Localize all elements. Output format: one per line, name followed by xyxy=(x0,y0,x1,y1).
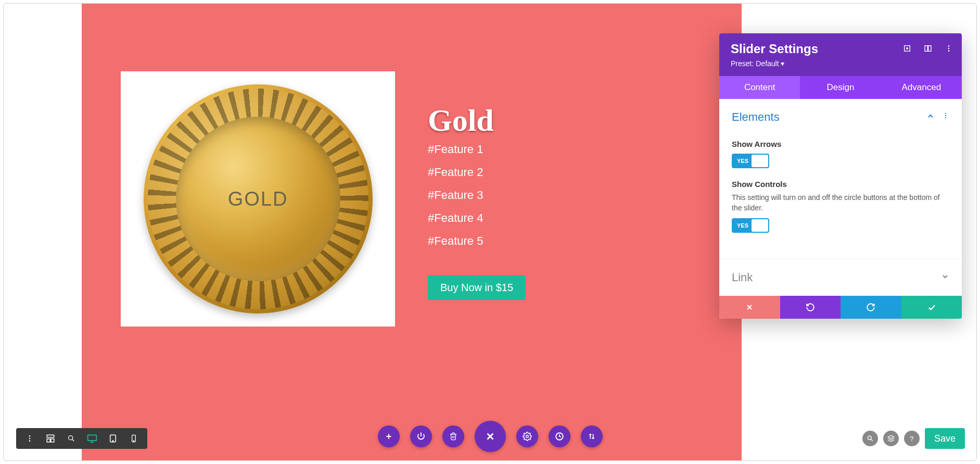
show-arrows-toggle[interactable]: YES xyxy=(732,154,769,168)
svg-rect-23 xyxy=(110,435,116,442)
svg-marker-36 xyxy=(888,435,894,438)
kebab-icon[interactable] xyxy=(19,428,40,449)
phone-icon[interactable] xyxy=(123,428,144,449)
feature-item: #Feature 3 xyxy=(428,184,483,207)
svg-rect-15 xyxy=(47,435,54,437)
svg-line-31 xyxy=(487,434,493,440)
svg-line-11 xyxy=(747,305,752,309)
builder-toolbar xyxy=(378,421,603,452)
save-toolbar: ? Save xyxy=(862,428,965,449)
save-button[interactable]: Save xyxy=(925,428,965,449)
feature-item: #Feature 5 xyxy=(428,230,483,253)
svg-point-7 xyxy=(945,113,946,114)
feature-item: #Feature 2 xyxy=(428,161,483,184)
section-link-title: Link xyxy=(732,271,753,284)
add-button[interactable] xyxy=(378,425,400,447)
svg-rect-17 xyxy=(51,439,54,442)
responsive-toolbar xyxy=(16,428,147,449)
svg-point-1 xyxy=(907,48,908,49)
power-button[interactable] xyxy=(410,425,432,447)
svg-rect-0 xyxy=(905,46,910,52)
show-controls-label: Show Controls xyxy=(732,180,949,189)
panel-tabs: Content Design Advanced xyxy=(719,76,962,99)
close-builder-button[interactable] xyxy=(475,421,506,452)
sort-button[interactable] xyxy=(581,425,603,447)
slide-image-box: GOLD xyxy=(121,71,395,327)
svg-point-5 xyxy=(948,48,950,49)
show-controls-toggle[interactable]: YES xyxy=(732,218,769,233)
panel-close-button[interactable] xyxy=(719,296,780,319)
gold-coin: GOLD xyxy=(144,84,373,313)
svg-point-24 xyxy=(112,441,113,442)
panel-preset[interactable]: Preset: Default ▾ xyxy=(731,59,950,68)
section-elements-title[interactable]: Elements xyxy=(732,110,780,124)
toggle-value: YES xyxy=(737,158,748,164)
panel-body: Show Arrows YES Show Controls This setti… xyxy=(719,127,962,245)
tab-design[interactable]: Design xyxy=(800,76,881,99)
tab-advanced[interactable]: Advanced xyxy=(881,76,962,99)
panel-undo-button[interactable] xyxy=(780,296,841,319)
trash-button[interactable] xyxy=(442,425,464,447)
slider-settings-panel: Slider Settings Preset: Default ▾ Conten… xyxy=(719,33,962,319)
svg-point-26 xyxy=(133,441,134,441)
svg-rect-20 xyxy=(88,435,97,441)
search-icon[interactable] xyxy=(862,431,878,446)
svg-line-35 xyxy=(871,439,872,441)
help-icon[interactable]: ? xyxy=(904,431,920,446)
slide-title: Gold xyxy=(428,103,494,139)
kebab-icon[interactable] xyxy=(944,44,953,53)
svg-rect-25 xyxy=(132,435,136,442)
kebab-icon[interactable] xyxy=(942,112,949,122)
svg-point-4 xyxy=(948,45,950,47)
feature-item: #Feature 4 xyxy=(428,207,483,230)
buy-now-button[interactable]: Buy Now in $15 xyxy=(428,275,526,300)
svg-line-10 xyxy=(747,305,752,309)
panel-redo-button[interactable] xyxy=(841,296,901,319)
svg-point-33 xyxy=(556,433,563,440)
columns-icon[interactable] xyxy=(923,44,933,53)
svg-point-14 xyxy=(29,440,31,442)
svg-rect-3 xyxy=(928,46,931,52)
gear-button[interactable] xyxy=(516,425,538,447)
svg-point-12 xyxy=(29,435,31,437)
expand-icon[interactable] xyxy=(902,44,912,53)
panel-footer xyxy=(719,296,962,319)
wireframe-icon[interactable] xyxy=(40,428,61,449)
svg-rect-16 xyxy=(47,439,50,442)
svg-point-8 xyxy=(945,115,946,116)
svg-point-18 xyxy=(69,436,73,440)
chevron-down-icon xyxy=(941,272,949,283)
show-controls-desc: This setting will turn on and off the ci… xyxy=(732,193,949,213)
feature-item: #Feature 1 xyxy=(428,138,483,161)
section-link[interactable]: Link xyxy=(719,259,962,296)
svg-point-13 xyxy=(29,438,31,440)
svg-point-34 xyxy=(868,436,871,440)
zoom-icon[interactable] xyxy=(61,428,82,449)
svg-point-6 xyxy=(948,50,950,52)
page-canvas: GOLD Gold #Feature 1 #Feature 2 #Feature… xyxy=(82,4,742,460)
panel-confirm-button[interactable] xyxy=(901,296,962,319)
tab-content[interactable]: Content xyxy=(719,76,800,99)
show-arrows-label: Show Arrows xyxy=(732,140,949,148)
svg-rect-2 xyxy=(925,46,927,52)
history-button[interactable] xyxy=(549,425,570,447)
svg-line-30 xyxy=(487,434,493,440)
svg-point-9 xyxy=(945,117,946,118)
coin-text: GOLD xyxy=(228,188,288,210)
svg-line-19 xyxy=(72,440,74,442)
chevron-up-icon[interactable] xyxy=(926,112,935,122)
layers-icon[interactable] xyxy=(883,431,899,446)
panel-header[interactable]: Slider Settings Preset: Default ▾ xyxy=(719,33,962,76)
toggle-value: YES xyxy=(737,222,748,229)
svg-point-32 xyxy=(526,435,528,438)
feature-list: #Feature 1 #Feature 2 #Feature 3 #Featur… xyxy=(428,138,483,253)
desktop-icon[interactable] xyxy=(82,428,103,449)
tablet-icon[interactable] xyxy=(103,428,123,449)
